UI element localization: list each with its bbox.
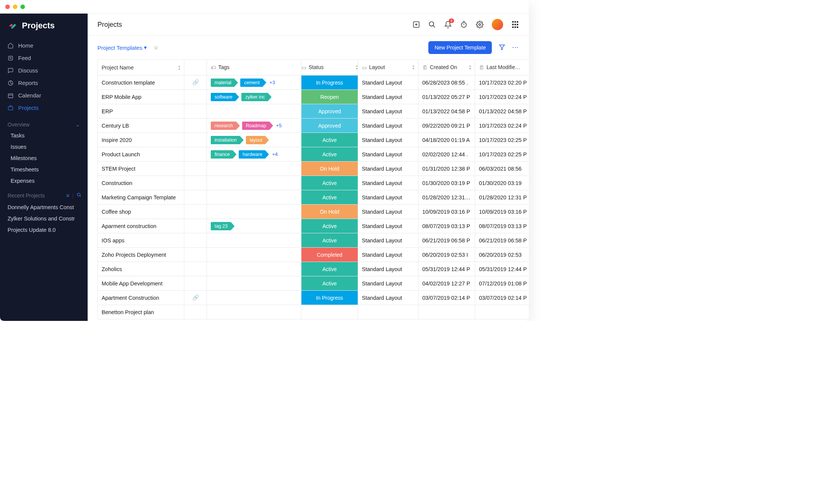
tag-chip[interactable]: hardware — [239, 150, 265, 159]
table-row[interactable]: Construction template🔗materialcement+3In… — [97, 76, 529, 90]
cell-layout: Standard Layout — [358, 133, 419, 147]
col-header-tags[interactable]: 🏷Tags — [207, 59, 301, 76]
tag-chip[interactable]: layout — [246, 136, 265, 144]
nav-item-home[interactable]: Home — [0, 39, 88, 52]
overview-section-header[interactable]: Overview ⌄ — [0, 116, 88, 130]
table-row[interactable]: IOS appsActiveStandard Layout06/21/2019 … — [97, 233, 529, 248]
recent-project-item[interactable]: Zylker Solutions and Constr — [0, 213, 88, 224]
col-header-created[interactable]: 🗓Created On▴▾ — [419, 59, 475, 76]
subnav-item-issues[interactable]: Issues — [0, 141, 88, 153]
cell-tags — [207, 248, 301, 262]
tag-more[interactable]: +5 — [276, 123, 282, 128]
table-row[interactable]: ConstructionActiveStandard Layout01/30/2… — [97, 176, 529, 190]
table-row[interactable]: Century LBresearchRoadmap+5ApprovedStand… — [97, 119, 529, 133]
window-titlebar — [0, 0, 529, 14]
table-row[interactable]: Product Launchfinancehardware+4ActiveSta… — [97, 147, 529, 162]
cell-link — [184, 248, 207, 262]
table-row[interactable]: Marketing Campaign TemplateActiveStandar… — [97, 190, 529, 205]
cell-name: Century LB — [97, 119, 184, 133]
cell-status: Approved — [301, 119, 358, 133]
nav-item-reports[interactable]: Reports — [0, 77, 88, 89]
col-header-modified[interactable]: 🗓Last Modifie… — [475, 59, 529, 76]
user-avatar[interactable] — [492, 19, 503, 30]
status-cell: On Hold — [301, 205, 358, 219]
recent-project-item[interactable]: Projects Update 8.0 — [0, 224, 88, 236]
more-icon[interactable]: ··· — [512, 45, 519, 51]
table-row[interactable]: ERPApprovedStandard Layout01/13/2022 04:… — [97, 104, 529, 119]
nav-item-discuss[interactable]: Discuss — [0, 64, 88, 77]
table-row[interactable]: Apartment Construction🔗In ProgressStanda… — [97, 291, 529, 305]
tag-chip[interactable]: Roadmap — [242, 122, 269, 130]
star-icon[interactable]: ☆ — [154, 45, 159, 51]
table-row[interactable]: Zoho Projects DeploymentCompletedStandar… — [97, 248, 529, 262]
col-header-link[interactable] — [184, 59, 207, 76]
table-row[interactable]: Aparment constructiontag 23ActiveStandar… — [97, 219, 529, 233]
status-cell: Reopen — [301, 90, 358, 104]
tag-more[interactable]: +3 — [269, 80, 275, 85]
cell-modified: 10/17/2023 02:25 P — [475, 133, 529, 147]
projects-table: Project Name▴▾ 🏷Tags ▭Status▴▾ ▭Layout▴▾… — [97, 59, 529, 319]
table-row[interactable]: Coffee shopOn HoldStandard Layout10/09/2… — [97, 205, 529, 219]
tag-chip[interactable]: tag 23 — [211, 222, 231, 230]
table-row[interactable]: STEM ProjectOn HoldStandard Layout01/31/… — [97, 162, 529, 176]
tag-chip[interactable]: research — [211, 122, 236, 130]
subnav-item-milestones[interactable]: Milestones — [0, 153, 88, 164]
view-dropdown[interactable]: Project Templates ▾ — [97, 44, 147, 51]
recent-project-item[interactable]: Donnelly Apartments Const — [0, 202, 88, 213]
col-header-status[interactable]: ▭Status▴▾ — [301, 59, 358, 76]
maximize-window-icon[interactable] — [20, 5, 25, 9]
subnav-item-expenses[interactable]: Expenses — [0, 175, 88, 186]
settings-sliders-icon[interactable]: ≡ — [66, 193, 69, 199]
cell-link — [184, 233, 207, 248]
cell-link — [184, 119, 207, 133]
cell-status: Reopen — [301, 90, 358, 104]
cell-tags — [207, 162, 301, 176]
nav-item-projects[interactable]: Projects — [0, 102, 88, 114]
calendar-icon — [8, 92, 14, 99]
subnav-item-tasks[interactable]: Tasks — [0, 130, 88, 141]
cell-modified — [475, 305, 529, 319]
cell-name: ERP — [97, 104, 184, 119]
status-icon: ▭ — [301, 65, 306, 71]
cell-created: 03/07/2019 02:14 P — [419, 291, 475, 305]
nav-item-calendar[interactable]: Calendar — [0, 89, 88, 102]
gear-icon[interactable] — [476, 21, 483, 28]
cell-layout: Standard Layout — [358, 90, 419, 104]
chevron-down-icon: ⌄ — [76, 122, 80, 128]
sort-icon: ▴▾ — [469, 64, 471, 70]
col-header-layout[interactable]: ▭Layout▴▾ — [358, 59, 419, 76]
tag-chip[interactable]: zylker inc — [241, 93, 268, 101]
table-row[interactable]: Mobile App DevelopmentActiveStandard Lay… — [97, 276, 529, 291]
cell-created: 02/02/2020 12:44 . — [419, 147, 475, 162]
filter-icon[interactable] — [499, 44, 505, 52]
cell-layout — [358, 305, 419, 319]
overview-label: Overview — [8, 122, 29, 128]
tag-chip[interactable]: installation — [211, 136, 240, 144]
tag-chip[interactable]: software — [211, 93, 235, 101]
close-window-icon[interactable] — [5, 5, 10, 9]
svg-point-12 — [429, 22, 434, 26]
search-icon[interactable] — [428, 21, 436, 28]
tag-chip[interactable]: material — [211, 79, 234, 87]
table-row[interactable]: ZoholicsActiveStandard Layout05/31/2019 … — [97, 262, 529, 276]
nav-item-feed[interactable]: Feed — [0, 52, 88, 64]
subnav-item-timesheets[interactable]: Timesheets — [0, 164, 88, 175]
tag-chip[interactable]: finance — [211, 150, 233, 159]
link-icon[interactable]: 🔗 — [192, 79, 199, 85]
cell-tags — [207, 291, 301, 305]
search-icon[interactable] — [77, 193, 82, 199]
timer-icon[interactable] — [460, 21, 468, 28]
table-row[interactable]: Inspire 2020installationlayoutActiveStan… — [97, 133, 529, 147]
tag-more[interactable]: +4 — [272, 151, 278, 157]
notification-bell-icon[interactable]: 9 — [444, 21, 452, 28]
add-icon[interactable] — [412, 21, 420, 28]
col-header-name[interactable]: Project Name▴▾ — [97, 59, 184, 76]
new-template-button[interactable]: New Project Template — [428, 41, 492, 54]
table-row[interactable]: Benetton Project plan — [97, 305, 529, 319]
table-row[interactable]: ERP Mobile Appsoftwarezylker incReopenSt… — [97, 90, 529, 104]
link-icon[interactable]: 🔗 — [192, 294, 199, 301]
cell-status: Completed — [301, 248, 358, 262]
apps-grid-icon[interactable] — [511, 21, 519, 28]
tag-chip[interactable]: cement — [240, 79, 263, 87]
minimize-window-icon[interactable] — [13, 5, 17, 9]
